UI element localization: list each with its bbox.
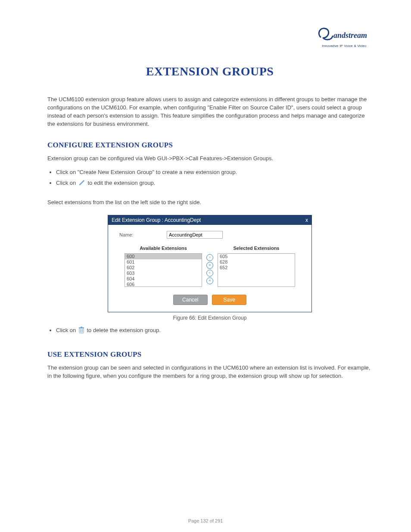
group-name-input[interactable] <box>167 231 223 239</box>
pencil-icon <box>78 179 85 190</box>
configure-bullets: Click on "Create New Extension Group" to… <box>56 167 372 190</box>
dialog-title: Edit Extension Group : AccountingDept <box>112 217 201 223</box>
list-item[interactable]: 628 <box>218 259 295 265</box>
list-item: Click on "Create New Extension Group" to… <box>56 167 372 178</box>
figure-caption: Figure 66: Edit Extension Group <box>108 315 312 321</box>
name-label: Name: <box>119 232 167 237</box>
svg-rect-6 <box>81 327 82 328</box>
list-item[interactable]: 604 <box>125 276 202 282</box>
cancel-button[interactable]: Cancel <box>173 295 208 305</box>
list-item[interactable]: 602 <box>125 265 202 271</box>
page-title: EXTENSION GROUPS <box>47 65 372 78</box>
move-left-all-button[interactable]: « <box>206 277 213 284</box>
page-number: Page 132 of 291 <box>0 518 411 523</box>
intro-paragraph: The UCM6100 extension group feature allo… <box>47 96 372 128</box>
available-extensions-list[interactable]: 600 601 602 603 604 606 <box>125 253 202 287</box>
dialog-close-button[interactable]: x <box>305 218 308 223</box>
section-heading-use: USE EXTENSION GROUPS <box>47 350 372 359</box>
available-extensions-heading: Available Extensions <box>125 246 202 251</box>
list-item[interactable]: 652 <box>218 265 295 271</box>
move-left-one-button[interactable]: ‹ <box>206 270 213 277</box>
list-item: Click on to delete the extension group. … <box>56 325 372 337</box>
list-item: Click on to edit the extension group. Cl… <box>56 178 372 190</box>
list-item[interactable]: 601 <box>125 259 202 265</box>
svg-text:andstream: andstream <box>333 31 367 40</box>
section-heading-configure: CONFIGURE EXTENSION GROUPS <box>47 141 372 149</box>
brand-logo: andstream Innovative IP Voice & Video <box>316 26 372 48</box>
brand-tagline: Innovative IP Voice & Video <box>316 44 372 48</box>
list-item[interactable]: 600 <box>125 254 202 259</box>
configure-lead: Extension group can be configured via We… <box>47 155 372 163</box>
edit-extension-group-figure: Edit Extension Group : AccountingDept x … <box>108 215 312 321</box>
selected-extensions-heading: Selected Extensions <box>218 246 295 251</box>
svg-rect-5 <box>79 327 84 328</box>
edit-extension-group-dialog: Edit Extension Group : AccountingDept x … <box>108 215 312 312</box>
move-right-all-button[interactable]: » <box>206 262 213 269</box>
use-paragraph: The extension group can be seen and sele… <box>47 364 372 380</box>
selected-extensions-list[interactable]: 605 628 652 <box>218 253 295 287</box>
delete-bullet-list: Click on to delete the extension group. … <box>56 325 372 337</box>
save-button[interactable]: Save <box>212 295 246 305</box>
list-item[interactable]: 605 <box>218 254 295 259</box>
trash-icon <box>78 327 84 337</box>
list-item[interactable]: 603 <box>125 271 202 276</box>
list-item[interactable]: 606 <box>125 282 202 287</box>
configure-after-bullets: Select extensions from the list on the l… <box>47 199 372 207</box>
move-right-one-button[interactable]: › <box>206 254 213 261</box>
